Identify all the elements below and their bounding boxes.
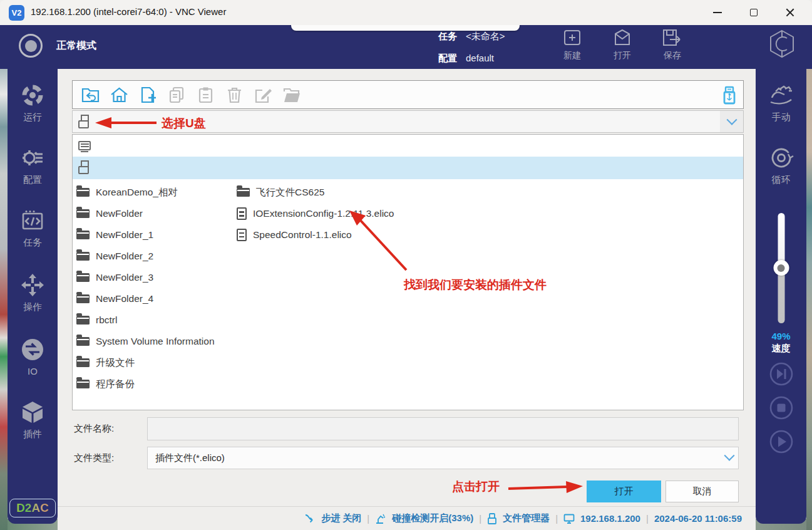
file-type-select[interactable]: 插件文件(*.elico) [147,447,739,469]
file-type-label: 文件类型: [74,452,114,464]
folder-icon [76,231,90,239]
folder-name: KoreanDemo_相对 [96,186,178,199]
speed-percent: 49% [756,331,806,341]
step-status: 步进 关闭 [321,512,361,524]
file-name-label: 文件名称: [74,423,114,435]
sidebar-item-operate[interactable]: 操作 [8,273,58,313]
speed-slider-thumb[interactable] [773,260,789,276]
list-item-usb-selected[interactable] [73,157,743,179]
open-button[interactable]: 打开 [587,481,661,502]
file-manager-status[interactable]: 文件管理器 [503,512,550,524]
list-item[interactable]: KoreanDemo_相对 [76,182,233,203]
close-icon [786,8,794,17]
list-item[interactable]: 升级文件 [76,352,233,373]
list-item[interactable]: SpeedControl-1.1.elico [237,224,443,246]
list-item[interactable]: NewFolder_3 [76,267,233,288]
paste-icon[interactable] [197,86,215,103]
close-button[interactable] [772,0,808,25]
stop-button[interactable] [769,395,794,420]
sidebar-item-task[interactable]: 任务 [8,208,58,249]
plugin-cube-icon [20,400,45,425]
drive-selector-dropdown[interactable] [72,110,744,133]
right-sidebar: 手动 循环 49% 速度 [756,69,806,524]
speed-label: 速度 [756,343,806,355]
home-icon[interactable] [110,86,128,103]
list-item[interactable]: 飞行文件CS625 [237,182,443,203]
ip-address: 192.168.1.200 [580,513,640,524]
title-bar: V2 192.168.1.200 (intel-corei7-64:0) - V… [0,0,812,25]
file-list: KoreanDemo_相对 NewFolder NewFolder_1 NewF… [72,134,744,410]
robot-model-badge: D2AC [9,499,56,517]
status-separator: | [646,513,649,524]
list-item-computer[interactable] [73,135,743,157]
list-item[interactable]: NewFolder_4 [76,288,233,309]
list-item[interactable]: System Volume Information [76,331,233,352]
list-item-plugin-file[interactable]: IOExtensionConfig-1.2.11.3.elico [237,203,443,224]
folder-name: 程序备份 [96,378,135,391]
list-item[interactable]: rbctrl [76,309,233,331]
save-task-button[interactable]: 保存 [656,28,689,61]
status-separator: | [367,513,369,524]
folder-back-icon[interactable] [81,86,100,103]
maximize-button[interactable] [736,0,772,25]
list-item[interactable]: 程序备份 [76,373,233,395]
list-item[interactable]: NewFolder_2 [76,246,233,267]
new-file-icon[interactable] [139,86,157,103]
folder-icon [76,294,90,303]
open-task-button[interactable]: 打开 [606,28,639,61]
task-label: 任务 [438,31,457,43]
folder-name: rbctrl [96,314,117,326]
save-task-label: 保存 [664,50,681,61]
status-separator: | [555,513,558,524]
hand-icon [768,83,795,108]
folder-name: NewFolder_4 [96,293,153,304]
folder-name: NewFolder_2 [96,251,153,262]
app-top-bar: 正常模式 任务 <未命名> 配置 default 新建 打开 保存 [0,25,812,69]
minimize-icon [713,12,722,13]
step-play-button[interactable] [769,361,794,387]
file-manager-icon [487,513,497,524]
sidebar-item-label: 配置 [23,174,42,186]
list-item[interactable]: NewFolder_1 [76,224,233,246]
minimize-button[interactable] [699,0,736,25]
datetime: 2024-06-20 11:06:59 [654,513,742,524]
task-code-icon [20,208,45,233]
list-item[interactable]: NewFolder [76,203,233,224]
folder-icon [76,358,90,367]
settings-icon [20,145,45,170]
sidebar-item-cycle[interactable]: 循环 [756,145,806,186]
sidebar-item-config[interactable]: 配置 [8,145,58,186]
maximize-icon [750,9,758,16]
folder-name: NewFolder_3 [96,272,153,283]
copy-icon[interactable] [168,86,186,103]
rename-icon[interactable] [254,86,272,103]
vnc-logo-icon: V2 [9,5,24,21]
run-icon [20,83,45,108]
config-row: 配置 default [438,53,494,65]
sidebar-item-plugin[interactable]: 插件 [8,400,58,440]
collision-status: 碰撞检测开启(33%) [392,512,473,524]
play-button[interactable] [769,429,794,454]
sidebar-item-manual[interactable]: 手动 [756,83,806,123]
new-task-button[interactable]: 新建 [556,28,588,61]
chevron-down-icon [726,454,733,461]
open-task-label: 打开 [614,50,631,61]
folder-icon [76,316,90,325]
folder-name: 升级文件 [96,356,135,370]
io-swap-icon [20,337,45,362]
drive-dropdown-chevron[interactable] [720,111,743,132]
open-folder-icon[interactable] [283,86,301,103]
file-name-input[interactable] [147,417,739,440]
sidebar-item-io[interactable]: IO [8,337,58,377]
file-toolbar [72,80,744,109]
move-arrows-icon [20,273,45,298]
step-mode-icon [304,513,316,524]
folder-name: NewFolder [96,208,143,219]
sidebar-item-label: IO [28,366,38,377]
delete-icon[interactable] [225,86,244,103]
new-task-label: 新建 [563,50,581,61]
vnc-viewer-window: V2 192.168.1.200 (intel-corei7-64:0) - V… [0,0,812,530]
folder-icon [76,273,90,282]
sidebar-item-run[interactable]: 运行 [8,83,58,123]
cancel-button[interactable]: 取消 [666,481,739,502]
